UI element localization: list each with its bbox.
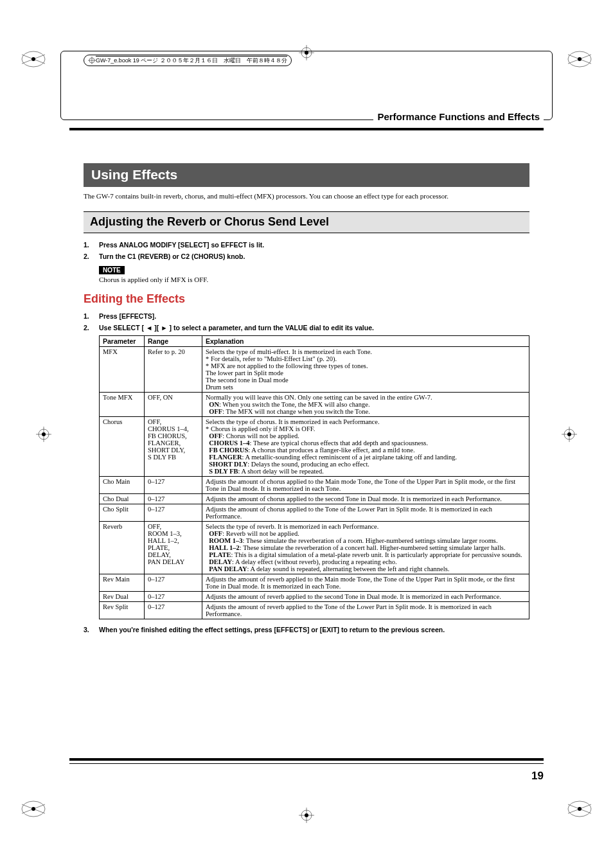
cell-exp: Selects the type of reverb. It is memori…: [202, 522, 529, 574]
svg-point-11: [31, 807, 35, 811]
step-2-2: 2. Use SELECT [ ◄ ][ ► ] to select a par…: [84, 324, 529, 332]
cell-range: Refer to p. 20: [145, 347, 202, 393]
cell-param: Rev Dual: [100, 592, 145, 602]
crosshair-icon: [88, 57, 96, 64]
table-row: Rev Dual 0–127 Adjusts the amount of rev…: [100, 592, 529, 602]
svg-point-23: [305, 813, 308, 817]
step-text-a: Use SELECT [: [99, 324, 144, 332]
cell-exp: Adjusts the amount of reverb applied to …: [202, 592, 529, 602]
th-range: Range: [145, 336, 202, 347]
cell-param: Cho Main: [100, 477, 145, 494]
cell-exp: Adjusts the amount of reverb applied to …: [202, 602, 529, 619]
right-arrow-icon: ►: [161, 324, 167, 332]
crosshair-left: [36, 427, 51, 442]
step-3: 3. When you're finished editing the effe…: [84, 626, 529, 633]
svg-point-15: [578, 807, 582, 811]
step-2-1: 1. Press [EFFECTS].: [84, 312, 529, 320]
header-note: GW-7_e.book 19 ページ ２００５年２月１６日 水曜日 午前８時４８…: [84, 55, 292, 66]
header-rule: [69, 128, 544, 130]
corner-ornament-bl: [19, 795, 48, 823]
cell-exp: Adjusts the amount of chorus applied to …: [202, 494, 529, 504]
table-row: Reverb OFF, ROOM 1–3, HALL 1–2, PLATE, D…: [100, 522, 529, 574]
crosshair-right: [562, 427, 577, 442]
cell-param: MFX: [100, 347, 145, 393]
svg-point-3: [31, 57, 35, 61]
step-text: Turn the C1 (REVERB) or C2 (CHORUS) knob…: [99, 252, 245, 260]
cell-param: Rev Split: [100, 602, 145, 619]
cell-param: Tone MFX: [100, 393, 145, 417]
cell-exp: Normally you will leave this ON. Only on…: [202, 393, 529, 417]
step-1-1: 1. Press ANALOG MODIFY [SELECT] so EFFEC…: [84, 241, 529, 249]
page-number: 19: [531, 770, 544, 783]
corner-ornament-tl: [19, 45, 48, 73]
intro-text: The GW-7 contains built-in reverb, choru…: [84, 192, 529, 200]
left-arrow-icon: ◄: [146, 324, 152, 332]
cell-range: 0–127: [145, 504, 202, 522]
header-note-text: GW-7_e.book 19 ページ ２００５年２月１６日 水曜日 午前８時４８…: [96, 56, 287, 65]
cell-param: Chorus: [100, 417, 145, 477]
table-row: Rev Split 0–127 Adjusts the amount of re…: [100, 602, 529, 619]
corner-ornament-br: [565, 795, 594, 823]
step-text-c: ] to select a parameter, and turn the VA…: [170, 324, 374, 332]
cell-range: OFF, ON: [145, 393, 202, 417]
footer-rule: [69, 758, 544, 764]
step-text: When you're finished editing the effect …: [99, 626, 445, 633]
step-text: Use SELECT [ ◄ ][ ► ] to select a parame…: [99, 324, 374, 332]
cell-param: Rev Main: [100, 574, 145, 592]
cell-exp: Selects the type of multi-effect. It is …: [202, 347, 529, 393]
table-row: Cho Dual 0–127 Adjusts the amount of cho…: [100, 494, 529, 504]
table-row: Chorus OFF, CHORUS 1–4, FB CHORUS, FLANG…: [100, 417, 529, 477]
crosshair-bottom: [299, 808, 314, 823]
cell-exp: Adjusts the amount of chorus applied to …: [202, 477, 529, 494]
cell-exp: Adjusts the amount of reverb applied to …: [202, 574, 529, 592]
step-1-2: 2. Turn the C1 (REVERB) or C2 (CHORUS) k…: [84, 252, 529, 260]
table-row: Rev Main 0–127 Adjusts the amount of rev…: [100, 574, 529, 592]
svg-point-7: [578, 57, 582, 61]
step-num: 2.: [84, 252, 93, 260]
table-row: Cho Main 0–127 Adjusts the amount of cho…: [100, 477, 529, 494]
cell-range: OFF, CHORUS 1–4, FB CHORUS, FLANGER, SHO…: [145, 417, 202, 477]
svg-point-31: [567, 432, 571, 436]
cell-param: Cho Dual: [100, 494, 145, 504]
title-bar: Using Effects: [84, 163, 529, 187]
step-num: 1.: [84, 241, 93, 249]
step-text-b: ][: [154, 324, 159, 332]
note-label: NOTE: [99, 266, 125, 274]
subheading-1: Adjusting the Reverb or Chorus Send Leve…: [84, 211, 529, 233]
cell-exp: Adjusts the amount of chorus applied to …: [202, 504, 529, 522]
table-row: Cho Split 0–127 Adjusts the amount of ch…: [100, 504, 529, 522]
section-header: Performance Functions and Effects: [373, 111, 544, 122]
th-exp: Explanation: [202, 336, 529, 347]
svg-point-27: [42, 432, 46, 436]
cell-exp: Selects the type of chorus. It is memori…: [202, 417, 529, 477]
step-num: 3.: [84, 626, 93, 633]
parameter-table: Parameter Range Explanation MFX Refer to…: [99, 335, 529, 619]
note-text: Chorus is applied only if MFX is OFF.: [99, 276, 529, 283]
cell-range: 0–127: [145, 574, 202, 592]
step-text: Press [EFFECTS].: [99, 312, 156, 320]
corner-ornament-tr: [565, 45, 594, 73]
cell-param: Reverb: [100, 522, 145, 574]
step-text: Press ANALOG MODIFY [SELECT] so EFFECT i…: [99, 241, 264, 249]
subheading-2: Editing the Effects: [84, 292, 529, 306]
table-row: Tone MFX OFF, ON Normally you will leave…: [100, 393, 529, 417]
step-num: 2.: [84, 324, 93, 332]
cell-range: OFF, ROOM 1–3, HALL 1–2, PLATE, DELAY, P…: [145, 522, 202, 574]
cell-range: 0–127: [145, 602, 202, 619]
table-header-row: Parameter Range Explanation: [100, 336, 529, 347]
cell-range: 0–127: [145, 494, 202, 504]
table-row: MFX Refer to p. 20 Selects the type of m…: [100, 347, 529, 393]
th-param: Parameter: [100, 336, 145, 347]
step-num: 1.: [84, 312, 93, 320]
cell-range: 0–127: [145, 592, 202, 602]
cell-range: 0–127: [145, 477, 202, 494]
cell-param: Cho Split: [100, 504, 145, 522]
